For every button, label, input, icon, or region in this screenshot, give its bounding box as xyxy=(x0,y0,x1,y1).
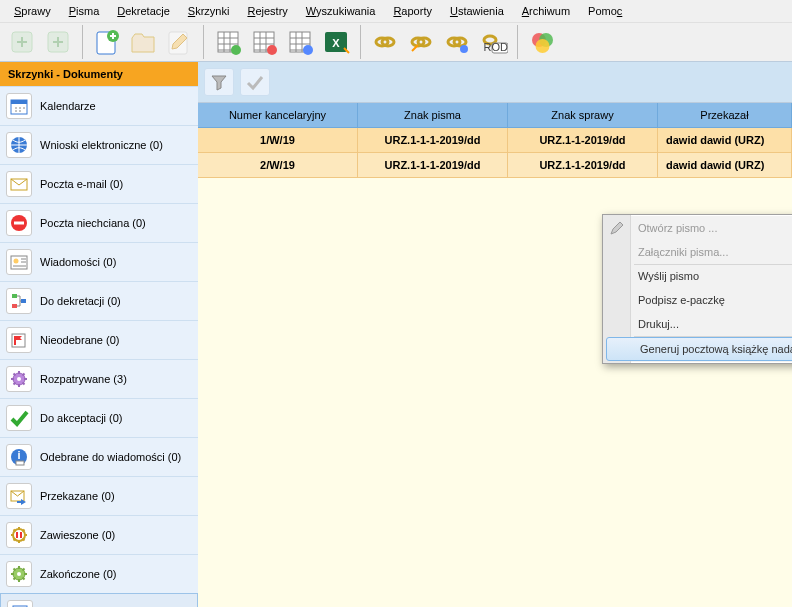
menu-wyszukiwania[interactable]: Wyszukiwania xyxy=(298,3,384,19)
sidebar: Skrzynki - Dokumenty KalendarzeWnioski e… xyxy=(0,62,198,607)
funnel-icon[interactable] xyxy=(204,68,234,96)
toolbar-venn-icon[interactable] xyxy=(526,26,558,58)
svg-point-25 xyxy=(536,39,550,53)
context-menu-label: Drukuj... xyxy=(638,318,679,330)
toolbar-folder-icon[interactable] xyxy=(127,26,159,58)
toolbar-rodo-icon[interactable]: RODO xyxy=(477,26,509,58)
sidebar-item-calendar[interactable]: Kalendarze xyxy=(0,86,198,125)
menu-sprawy[interactable]: Sprawy xyxy=(6,3,59,19)
sidebar-item-check[interactable]: Do akceptacji (0) xyxy=(0,398,198,437)
pause-icon xyxy=(6,522,32,548)
sidebar-item-label: Do dekretacji (0) xyxy=(40,295,121,307)
sidebar-item-label: Poczta niechciana (0) xyxy=(40,217,146,229)
cell-przek: dawid dawid (URZ) xyxy=(658,153,792,178)
filter-bar xyxy=(198,62,792,103)
toolbar-grid3-icon[interactable] xyxy=(284,26,316,58)
toolbar: X RODO xyxy=(0,23,792,62)
toolbar-add2-icon[interactable] xyxy=(42,26,74,58)
check-icon xyxy=(6,405,32,431)
column-numer[interactable]: Numer kancelaryjny xyxy=(198,103,358,128)
sidebar-item-gear[interactable]: Rozpatrywane (3) xyxy=(0,359,198,398)
menu-dekretacje[interactable]: Dekretacje xyxy=(109,3,178,19)
menu-skrzynki[interactable]: Skrzynki xyxy=(180,3,238,19)
menu-pisma[interactable]: Pisma xyxy=(61,3,108,19)
toolbar-grid2-icon[interactable] xyxy=(248,26,280,58)
menu-rejestry[interactable]: Rejestry xyxy=(239,3,295,19)
apply-check-icon[interactable] xyxy=(240,68,270,96)
toolbar-add-icon[interactable] xyxy=(6,26,38,58)
sidebar-item-globe[interactable]: Wnioski elektroniczne (0) xyxy=(0,125,198,164)
sidebar-item-flag[interactable]: Nieodebrane (0) xyxy=(0,320,198,359)
cell-num: 2/W/19 xyxy=(198,153,358,178)
menu-ustawienia[interactable]: Ustawienia xyxy=(442,3,512,19)
sidebar-item-label: Przekazane (0) xyxy=(40,490,115,502)
column-znak-pisma[interactable]: Znak pisma xyxy=(358,103,508,128)
cell-przek: dawid dawid (URZ) xyxy=(658,128,792,153)
column-znak-sprawy[interactable]: Znak sprawy xyxy=(508,103,658,128)
toolbar-excel-icon[interactable]: X xyxy=(320,26,352,58)
toolbar-edit-icon[interactable] xyxy=(163,26,195,58)
context-menu-item[interactable]: Generuj pocztową książkę nadawczą xyxy=(606,337,792,361)
svg-point-10 xyxy=(303,45,313,55)
context-menu-label: Otwórz pismo ... xyxy=(638,222,717,234)
table-row[interactable]: 2/W/19 URZ.1-1-1-2019/dd URZ.1-1-2019/dd… xyxy=(198,153,792,178)
svg-text:i: i xyxy=(17,449,20,461)
cell-num: 1/W/19 xyxy=(198,128,358,153)
context-menu-label: Generuj pocztową książkę nadawczą xyxy=(640,343,792,355)
toolbar-link2-icon[interactable] xyxy=(405,26,437,58)
calendar-icon xyxy=(6,93,32,119)
sidebar-item-label: Zakończone (0) xyxy=(40,568,116,580)
context-menu-item[interactable]: Wyślij pismo xyxy=(604,264,792,288)
toolbar-grid1-icon[interactable] xyxy=(212,26,244,58)
sidebar-item-info[interactable]: iOdebrane do wiadomości (0) xyxy=(0,437,198,476)
svg-point-6 xyxy=(231,45,241,55)
stop-icon xyxy=(6,210,32,236)
sidebar-item-forward[interactable]: Przekazane (0) xyxy=(0,476,198,515)
sidebar-item-label: Poczta e-mail (0) xyxy=(40,178,123,190)
toolbar-link3-icon[interactable] xyxy=(441,26,473,58)
forward-icon xyxy=(6,483,32,509)
sidebar-item-stop[interactable]: Poczta niechciana (0) xyxy=(0,203,198,242)
sidebar-item-gear2[interactable]: Zakończone (0) xyxy=(0,554,198,593)
content-area: Numer kancelaryjny Znak pisma Znak spraw… xyxy=(198,62,792,607)
sidebar-item-pause[interactable]: Zawieszone (0) xyxy=(0,515,198,554)
column-przekazal[interactable]: Przekazał xyxy=(658,103,792,128)
context-menu-item[interactable]: Drukuj...▶ xyxy=(604,312,792,336)
context-menu-label: Podpisz e-paczkę xyxy=(638,294,725,306)
toolbar-newdoc-icon[interactable] xyxy=(91,26,123,58)
menu-raporty[interactable]: Raporty xyxy=(385,3,440,19)
context-menu-label: Wyślij pismo xyxy=(638,270,699,282)
sidebar-item-label: Zawieszone (0) xyxy=(40,529,115,541)
cell-pismo: URZ.1-1-1-2019/dd xyxy=(358,153,508,178)
svg-rect-31 xyxy=(14,222,24,225)
svg-rect-27 xyxy=(11,100,27,104)
svg-rect-46 xyxy=(20,532,22,538)
svg-rect-37 xyxy=(12,334,25,347)
context-menu: Otwórz pismo ...Załączniki pisma...Wyśli… xyxy=(602,214,792,364)
svg-text:X: X xyxy=(332,37,340,49)
sidebar-item-label: Do akceptacji (0) xyxy=(40,412,123,424)
table-row[interactable]: 1/W/19 URZ.1-1-1-2019/dd URZ.1-1-2019/dd… xyxy=(198,128,792,153)
menu-archiwum[interactable]: Archiwum xyxy=(514,3,578,19)
sidebar-item-news[interactable]: Wiadomości (0) xyxy=(0,242,198,281)
sidebar-item-send[interactable]: Pisma do wysłania (2) xyxy=(0,593,198,607)
toolbar-link1-icon[interactable] xyxy=(369,26,401,58)
sidebar-item-mail[interactable]: Poczta e-mail (0) xyxy=(0,164,198,203)
gear2-icon xyxy=(6,561,32,587)
svg-rect-34 xyxy=(12,294,17,298)
svg-point-19 xyxy=(460,45,468,53)
menu-pomoc[interactable]: Pomoc xyxy=(580,3,630,19)
svg-point-48 xyxy=(17,572,21,576)
grid-header: Numer kancelaryjny Znak pisma Znak spraw… xyxy=(198,103,792,128)
mail-icon xyxy=(6,171,32,197)
sidebar-item-label: Rozpatrywane (3) xyxy=(40,373,127,385)
sidebar-item-label: Wiadomości (0) xyxy=(40,256,116,268)
sidebar-item-label: Wnioski elektroniczne (0) xyxy=(40,139,163,151)
svg-rect-41 xyxy=(16,461,24,465)
context-menu-item[interactable]: Podpisz e-paczkę xyxy=(604,288,792,312)
sidebar-item-tree[interactable]: Do dekretacji (0) xyxy=(0,281,198,320)
globe-icon xyxy=(6,132,32,158)
cell-sprawa: URZ.1-1-2019/dd xyxy=(508,128,658,153)
svg-point-39 xyxy=(17,377,21,381)
sidebar-title: Skrzynki - Dokumenty xyxy=(0,62,198,86)
